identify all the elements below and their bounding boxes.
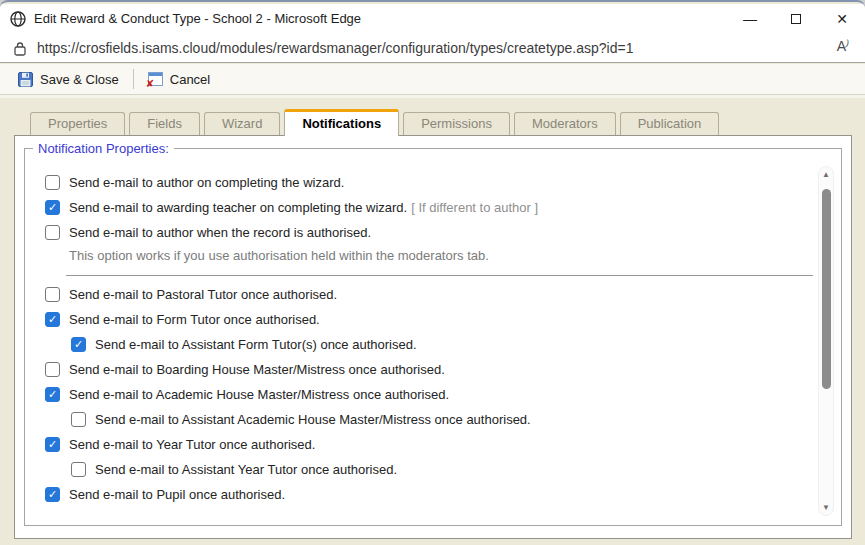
tab-strip: Properties Fields Wizard Notifications P… <box>30 109 723 135</box>
notification-row: Send e-mail to author on completing the … <box>45 174 837 190</box>
read-aloud-icon[interactable]: A) <box>837 38 849 54</box>
checkbox[interactable]: ✓ <box>45 200 60 215</box>
checkbox-label: Send e-mail to Assistant Form Tutor(s) o… <box>95 337 417 352</box>
checkbox[interactable] <box>45 287 60 302</box>
checkbox[interactable]: ✓ <box>45 312 60 327</box>
tab-properties[interactable]: Properties <box>30 112 125 135</box>
fieldset-legend: Notification Properties: <box>33 141 174 156</box>
checkbox-label: Send e-mail to awarding teacher on compl… <box>69 200 407 215</box>
checkbox-label-suffix: [ If different to author ] <box>411 200 538 215</box>
checkbox[interactable]: ✓ <box>45 487 60 502</box>
checkbox[interactable]: ✓ <box>45 387 60 402</box>
window-controls: — ✕ <box>727 4 865 34</box>
scrollbar[interactable]: ▲ ▼ <box>818 166 834 516</box>
tab-wizard[interactable]: Wizard <box>204 112 280 135</box>
tab-publication[interactable]: Publication <box>620 112 720 135</box>
notification-row: ✓ Send e-mail to Year Tutor once authori… <box>45 436 837 452</box>
cancel-button[interactable]: ✘ Cancel <box>142 69 216 90</box>
lock-icon <box>13 41 27 56</box>
tab-label: Publication <box>638 116 702 131</box>
notification-row: ✓ Send e-mail to Form Tutor once authori… <box>45 311 837 327</box>
globe-icon <box>10 11 26 27</box>
checkbox-label: Send e-mail to Pastoral Tutor once autho… <box>69 287 337 302</box>
tab-label: Permissions <box>421 116 492 131</box>
notification-row: ✓ Send e-mail to Pupil once authorised. <box>45 486 837 502</box>
tab-label: Wizard <box>222 116 262 131</box>
notification-row: ✓ Send e-mail to Assistant Form Tutor(s)… <box>71 336 837 352</box>
notification-row: Send e-mail to author when the record is… <box>45 224 837 240</box>
checkbox[interactable]: ✓ <box>45 437 60 452</box>
notification-scroll-area: Send e-mail to author on completing the … <box>29 162 837 520</box>
cancel-icon: ✘ <box>148 72 163 86</box>
browser-window: Edit Reward & Conduct Type - School 2 - … <box>0 0 865 545</box>
save-close-button[interactable]: Save & Close <box>12 69 125 90</box>
checkbox-label: Send e-mail to Assistant Year Tutor once… <box>95 462 397 477</box>
checkbox-label: Send e-mail to Form Tutor once authorise… <box>69 312 320 327</box>
cancel-label: Cancel <box>170 72 210 87</box>
save-icon <box>18 72 33 87</box>
checkbox-label: Send e-mail to Academic House Master/Mis… <box>69 387 449 402</box>
minimize-button[interactable]: — <box>727 4 773 34</box>
address-bar[interactable]: https://crosfields.isams.cloud/modules/r… <box>0 34 865 63</box>
tab-fields[interactable]: Fields <box>129 112 200 135</box>
checkbox-note: This option works if you use authorisati… <box>69 248 837 263</box>
checkbox[interactable] <box>45 225 60 240</box>
notification-row: Send e-mail to Assistant Academic House … <box>71 411 837 427</box>
tab-label: Properties <box>48 116 107 131</box>
scroll-down-icon[interactable]: ▼ <box>819 503 833 512</box>
maximize-icon <box>791 14 801 24</box>
toolbar: Save & Close ✘ Cancel <box>0 64 865 95</box>
notification-row: ✓ Send e-mail to Academic House Master/M… <box>45 386 837 402</box>
checkbox-label: Send e-mail to author on completing the … <box>69 175 344 190</box>
checkbox[interactable] <box>71 412 86 427</box>
tab-permissions[interactable]: Permissions <box>403 112 510 135</box>
notification-properties-fieldset: Notification Properties: Send e-mail to … <box>24 141 842 526</box>
save-close-label: Save & Close <box>40 72 119 87</box>
checkbox[interactable] <box>71 462 86 477</box>
url-text[interactable]: https://crosfields.isams.cloud/modules/r… <box>37 34 633 62</box>
window-title: Edit Reward & Conduct Type - School 2 - … <box>34 4 361 34</box>
checkbox[interactable]: ✓ <box>71 337 86 352</box>
tab-content-panel: Notification Properties: Send e-mail to … <box>14 135 852 539</box>
section-divider <box>66 275 813 276</box>
close-button[interactable]: ✕ <box>819 4 865 34</box>
notification-row: Send e-mail to Boarding House Master/Mis… <box>45 361 837 377</box>
scroll-thumb[interactable] <box>822 189 831 389</box>
tab-label: Notifications <box>302 116 381 131</box>
tab-moderators[interactable]: Moderators <box>514 112 616 135</box>
checkbox-label: Send e-mail to Year Tutor once authorise… <box>69 437 315 452</box>
title-bar: Edit Reward & Conduct Type - School 2 - … <box>0 4 865 34</box>
checkbox[interactable] <box>45 362 60 377</box>
tab-label: Moderators <box>532 116 598 131</box>
checkbox-label: Send e-mail to Boarding House Master/Mis… <box>69 362 445 377</box>
maximize-button[interactable] <box>773 4 819 34</box>
checkbox-label: Send e-mail to author when the record is… <box>69 225 371 240</box>
toolbar-separator <box>133 69 134 89</box>
page-body: Properties Fields Wizard Notifications P… <box>0 95 865 545</box>
checkbox-label: Send e-mail to Pupil once authorised. <box>69 487 285 502</box>
tab-label: Fields <box>147 116 182 131</box>
notification-row: ✓ Send e-mail to awarding teacher on com… <box>45 199 837 215</box>
notification-row: Send e-mail to Pastoral Tutor once autho… <box>45 286 837 302</box>
notification-row: Send e-mail to Assistant Year Tutor once… <box>71 461 837 477</box>
checkbox-label: Send e-mail to Assistant Academic House … <box>95 412 531 427</box>
tab-notifications[interactable]: Notifications <box>284 109 399 136</box>
checkbox[interactable] <box>45 175 60 190</box>
scroll-up-icon[interactable]: ▲ <box>819 170 833 179</box>
